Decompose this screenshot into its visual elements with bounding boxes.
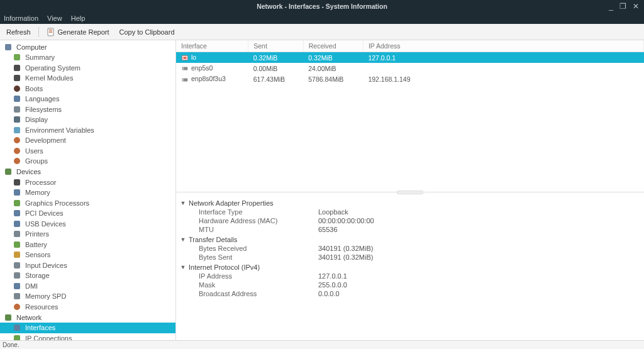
detail-group: ▼Network Adapter PropertiesInterface Typ… [180, 199, 638, 234]
sidebar-item-label: PCI Devices [25, 209, 64, 217]
detail-group-header[interactable]: ▼Internet Protocol (IPv4) [180, 263, 638, 272]
sidebar-item-sensors[interactable]: Sensors [0, 250, 175, 260]
gpu-icon [13, 199, 21, 208]
sidebar-item-label: Sensors [25, 251, 50, 258]
detail-key: Hardware Address (MAC) [199, 217, 318, 224]
close-button[interactable]: ✕ [633, 3, 639, 10]
detail-key: MTU [199, 226, 318, 233]
sidebar-item-dmi[interactable]: DMI [0, 281, 175, 292]
sidebar-item-input-devices[interactable]: Input Devices [0, 260, 175, 271]
pci-icon [13, 209, 21, 218]
sidebar-item-label: Input Devices [25, 262, 67, 269]
title-bar: Network - Interfaces - System Informatio… [0, 0, 644, 13]
main-split: ComputerSummaryOperating SystemKernel Mo… [0, 40, 644, 340]
sidebar-item-groups[interactable]: Groups [0, 156, 175, 167]
summary-icon [13, 53, 21, 62]
sidebar-item-interfaces[interactable]: Interfaces [0, 323, 175, 333]
detail-key: Bytes Sent [199, 253, 318, 261]
sidebar-item-processor[interactable]: Processor [0, 177, 175, 188]
sidebar-category-network[interactable]: Network [0, 312, 175, 323]
col-sent[interactable]: Sent [248, 40, 303, 52]
detail-row: Mask255.0.0.0 [180, 280, 638, 289]
cell-ip [363, 63, 643, 74]
svg-rect-7 [14, 75, 20, 81]
sidebar-item-memory[interactable]: Memory [0, 187, 175, 198]
svg-rect-6 [14, 65, 20, 71]
sidebar-item-resources[interactable]: Resources [0, 302, 175, 313]
sidebar-item-operating-system[interactable]: Operating System [0, 63, 175, 74]
table-row[interactable]: enp8s0f3u3 617.43MiB 5786.84MiB 192.168.… [176, 74, 644, 84]
detail-group-header[interactable]: ▼Transfer Details [180, 235, 638, 244]
sidebar-item-pci-devices[interactable]: PCI Devices [0, 208, 175, 219]
minimize-button[interactable]: _ [609, 3, 613, 10]
right-pane: Interface Sent Received IP Address lo 0.… [176, 40, 644, 340]
detail-key: Interface Type [199, 208, 318, 216]
pane-resizer[interactable] [176, 192, 644, 195]
sidebar-item-environment-variables[interactable]: Environment Variables [0, 125, 175, 136]
sidebar-item-label: USB Devices [25, 220, 66, 228]
sidebar-item-label: Interfaces [25, 324, 55, 331]
detail-group-header[interactable]: ▼Network Adapter Properties [180, 199, 638, 208]
nic-icon [181, 65, 189, 72]
svg-rect-17 [14, 179, 20, 186]
generate-report-button[interactable]: Generate Report [44, 26, 112, 38]
svg-rect-20 [14, 210, 20, 216]
col-interface[interactable]: Interface [176, 40, 248, 52]
menu-help[interactable]: Help [71, 14, 86, 22]
sidebar-item-display[interactable]: Display [0, 114, 175, 125]
sidebar-category-label: Devices [16, 168, 41, 175]
sidebar-item-battery[interactable]: Battery [0, 240, 175, 250]
cell-received: 5786.84MiB [303, 74, 363, 84]
sidebar-item-usb-devices[interactable]: USB Devices [0, 219, 175, 230]
sidebar-item-users[interactable]: Users [0, 146, 175, 157]
svg-rect-24 [14, 252, 20, 258]
memory-icon [13, 188, 21, 197]
svg-rect-16 [5, 169, 11, 175]
groups-icon [13, 157, 21, 165]
maximize-button[interactable]: ❐ [619, 3, 626, 10]
sidebar-item-languages[interactable]: Languages [0, 94, 175, 104]
menu-information[interactable]: Information [4, 14, 38, 22]
kernel-icon [13, 74, 21, 82]
refresh-button[interactable]: Refresh [4, 27, 33, 37]
table-header-row: Interface Sent Received IP Address [176, 40, 644, 52]
sidebar-item-printers[interactable]: Printers [0, 229, 175, 240]
col-received[interactable]: Received [303, 40, 363, 52]
sidebar[interactable]: ComputerSummaryOperating SystemKernel Mo… [0, 40, 176, 340]
sensors-icon [13, 250, 21, 259]
sidebar-item-graphics-processors[interactable]: Graphics Processors [0, 198, 175, 209]
svg-rect-38 [183, 57, 186, 59]
sidebar-item-kernel-modules[interactable]: Kernel Modules [0, 73, 175, 84]
sidebar-item-storage[interactable]: Storage [0, 270, 175, 281]
sidebar-item-summary[interactable]: Summary [0, 52, 175, 63]
sidebar-item-development[interactable]: Development [0, 135, 175, 146]
table-row[interactable]: enp5s0 0.00MiB 24.00MiB [176, 63, 644, 74]
svg-rect-27 [14, 283, 20, 289]
table-row[interactable]: lo 0.32MiB 0.32MiB 127.0.0.1 [176, 52, 644, 64]
detail-row: Bytes Received340191 (0.32MiB) [180, 244, 638, 253]
sidebar-category-label: Computer [16, 43, 47, 51]
svg-rect-3 [49, 32, 52, 33]
spd-icon [13, 292, 21, 301]
sidebar-category-label: Network [16, 314, 42, 321]
caret-down-icon: ▼ [180, 236, 186, 243]
sidebar-item-filesystems[interactable]: Filesystems [0, 104, 175, 115]
interfaces-table[interactable]: Interface Sent Received IP Address lo 0.… [176, 40, 644, 85]
detail-row: MTU65536 [180, 225, 638, 234]
sidebar-category-computer[interactable]: Computer [0, 42, 175, 52]
cell-interface: enp8s0f3u3 [176, 74, 248, 84]
sidebar-item-label: Groups [25, 157, 48, 165]
svg-rect-21 [14, 221, 20, 227]
sidebar-category-devices[interactable]: Devices [0, 167, 175, 177]
detail-row: Hardware Address (MAC)00:00:00:00:00:00 [180, 216, 638, 225]
menu-view[interactable]: View [47, 14, 62, 22]
detail-row: Interface TypeLoopback [180, 208, 638, 216]
cell-received: 24.00MiB [303, 63, 363, 74]
sidebar-item-boots[interactable]: Boots [0, 84, 175, 94]
sidebar-item-ip-connections[interactable]: IP Connections [0, 333, 175, 341]
sidebar-item-memory-spd[interactable]: Memory SPD [0, 291, 175, 302]
copy-clipboard-button[interactable]: Copy to Clipboard [116, 27, 177, 37]
svg-rect-31 [14, 324, 20, 331]
os-icon [13, 64, 21, 72]
col-ip[interactable]: IP Address [363, 40, 643, 52]
